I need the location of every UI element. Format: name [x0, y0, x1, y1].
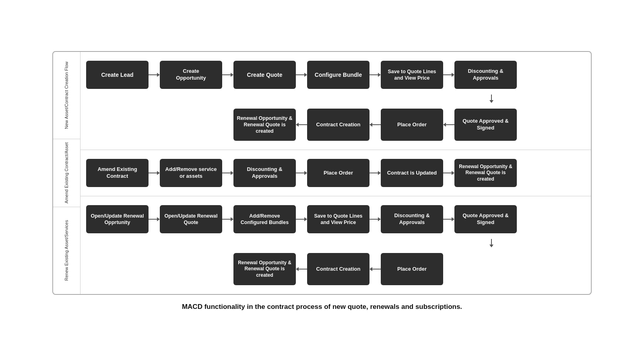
- label-row2: Amend Existing Contract/Asset: [53, 139, 80, 207]
- node-renewal-opp-1: Renewal Opportunity & Renewal Quote is c…: [233, 109, 296, 141]
- v-line-3: [491, 239, 492, 245]
- arrow-rr4: [369, 217, 381, 221]
- row3-connector: [86, 239, 584, 247]
- node-renewal-opp-3: Renewal Opportunity & Renewal Quote is c…: [233, 253, 296, 285]
- node-discounting-2: Discounting & Approvals: [233, 159, 296, 187]
- flow-row-3: Open/Update Renewal Opprtunity Open/Upda…: [80, 196, 591, 294]
- node-add-remove-service: Add/Remove service or assets: [160, 159, 222, 187]
- flow-row-1: Create Lead CreateOpportunity Create Quo…: [80, 52, 591, 150]
- label-row3-text: Renew Existing Asset/Services: [64, 220, 69, 281]
- node-renewal-opp-2: Renewal Opportunity & Renewal Quote is c…: [454, 159, 517, 187]
- label-row1-text: New Asset/Contract Creation Flow: [64, 62, 69, 129]
- row2-line1: Amend Existing Contract Add/Remove servi…: [86, 159, 584, 187]
- arrow-4: [369, 73, 381, 77]
- label-column: New Asset/Contract Creation Flow Amend E…: [53, 52, 80, 294]
- node-open-renewal-quote: Open/Update Renewal Quote: [160, 205, 222, 233]
- node-configure-bundle: Configure Bundle: [307, 61, 369, 89]
- label-row3: Renew Existing Asset/Services: [53, 207, 80, 294]
- arrow-rr1: [149, 217, 160, 221]
- label-row1: New Asset/Contract Creation Flow: [53, 52, 80, 139]
- node-create-quote: Create Quote: [233, 61, 296, 89]
- v-arrow-1: [460, 95, 522, 103]
- arrow-ll1: [296, 267, 307, 271]
- node-add-remove-bundles: Add/Remove Configured Bundles: [233, 205, 296, 233]
- node-place-order-3: Place Order: [381, 253, 443, 285]
- arrow-rr2: [222, 217, 233, 221]
- arrow-r5: [443, 171, 454, 175]
- arrow-r2: [222, 171, 233, 175]
- arrow-3: [296, 73, 307, 77]
- v-head-1: [489, 100, 493, 103]
- node-place-order-2: Place Order: [307, 159, 369, 187]
- arrow-r3: [296, 171, 307, 175]
- node-amend-contract: Amend Existing Contract: [86, 159, 149, 187]
- node-quote-approved-3: Quote Approved & Signed: [454, 205, 517, 233]
- arrow-1: [149, 73, 160, 77]
- node-save-quote-lines-1: Save to Quote Lines and View Price: [381, 61, 443, 89]
- row1-connector: [86, 95, 584, 103]
- node-discounting-1: Discounting & Approvals: [454, 61, 517, 89]
- node-open-renewal-opp: Open/Update Renewal Opprtunity: [86, 205, 149, 233]
- v-line-1: [491, 95, 492, 100]
- diagram-container: New Asset/Contract Creation Flow Amend E…: [52, 51, 592, 295]
- arrow-r4: [369, 171, 381, 175]
- arrow-ll2: [369, 267, 381, 271]
- label-row2-text: Amend Existing Contract/Asset: [64, 142, 69, 204]
- node-discounting-3: Discounting & Approvals: [381, 205, 443, 233]
- node-place-order-1: Place Order: [381, 109, 443, 141]
- v-head-3: [489, 245, 493, 247]
- node-contract-creation-1: Contract Creation: [307, 109, 369, 141]
- caption-text: MACD functionality in the contract proce…: [182, 303, 462, 311]
- arrow-r1: [149, 171, 160, 175]
- arrow-rr5: [443, 217, 454, 221]
- row1-line2: Renewal Opportunity & Renewal Quote is c…: [86, 109, 584, 141]
- v-arrow-3: [460, 239, 522, 247]
- row3-line2: Renewal Opportunity & Renewal Quote is c…: [86, 253, 584, 285]
- row3-line1: Open/Update Renewal Opprtunity Open/Upda…: [86, 205, 584, 233]
- flow-row-2: Amend Existing Contract Add/Remove servi…: [80, 150, 591, 196]
- arrow-l3: [443, 123, 454, 127]
- node-contract-creation-3: Contract Creation: [307, 253, 369, 285]
- node-create-lead: Create Lead: [86, 61, 149, 89]
- arrow-l1: [296, 123, 307, 127]
- arrow-rr3: [296, 217, 307, 221]
- node-contract-updated: Contract is Updated: [381, 159, 443, 187]
- arrow-l2: [369, 123, 381, 127]
- node-quote-approved-1: Quote Approved & Signed: [454, 109, 517, 141]
- arrow-5: [443, 73, 454, 77]
- node-create-opportunity: CreateOpportunity: [160, 61, 222, 89]
- node-save-quote-lines-2: Save to Quote Lines and View Price: [307, 205, 369, 233]
- content-column: Create Lead CreateOpportunity Create Quo…: [80, 52, 591, 294]
- arrow-2: [222, 73, 233, 77]
- row1-line1: Create Lead CreateOpportunity Create Quo…: [86, 61, 584, 89]
